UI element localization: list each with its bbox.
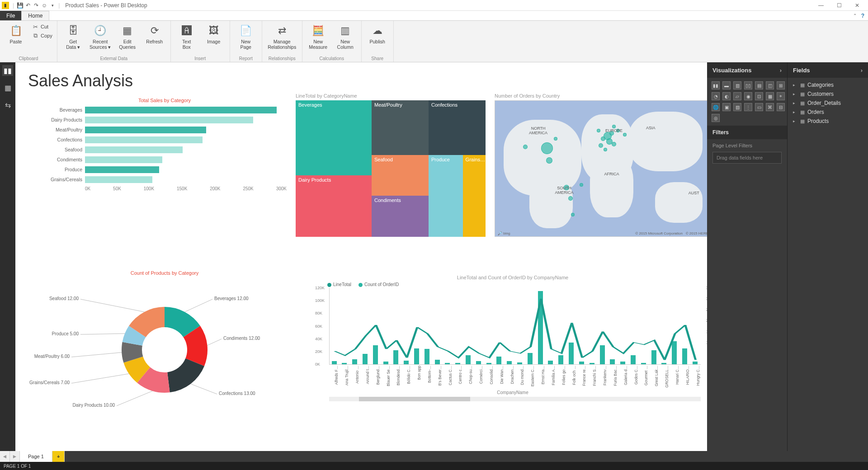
viz-type-9[interactable]: ▱ (733, 92, 741, 100)
viz-type-15[interactable]: ▣ (722, 103, 731, 111)
viz-type-5[interactable]: ◫ (766, 81, 774, 89)
copy-icon: ⧉ (32, 32, 39, 39)
maximize-button[interactable]: ☐ (830, 0, 848, 11)
publish-button[interactable]: ☁Publish (365, 22, 390, 44)
get-data-button[interactable]: 🗄Get Data ▾ (61, 22, 85, 50)
relationships-icon: ⇄ (275, 24, 289, 38)
tab-home[interactable]: Home (21, 11, 49, 20)
help-icon[interactable]: ? (861, 13, 864, 19)
viz-type-7[interactable]: ◔ (712, 92, 720, 100)
refresh-button[interactable]: ⟳Refresh (142, 22, 167, 44)
new-column-button[interactable]: ▥New Column (333, 22, 358, 50)
combo-scrollbar[interactable] (329, 397, 701, 401)
field-table[interactable]: ▸▦Orders (789, 108, 866, 117)
svg-text:Beverages 12.00: Beverages 12.00 (214, 296, 249, 301)
viz-type-19[interactable]: ⌘ (766, 103, 774, 111)
page-tab-1[interactable]: Page 1 (20, 451, 52, 462)
chevron-right-icon[interactable]: › (780, 67, 782, 74)
undo-icon[interactable]: ↶ (24, 1, 32, 9)
svg-line-10 (71, 352, 122, 357)
page-filters-label: Page Level Filters (712, 143, 782, 148)
page-tabs: ◄ ► Page 1 + (0, 451, 868, 462)
combo-body: 0K20K40K60K80K100K120K05101520253035Alfr… (314, 288, 707, 401)
paste-button[interactable]: 📋 Paste (4, 22, 28, 44)
visualizations-pane: Visualizations › ▮▮▬▥▯▯▤◫⊞◔◐▱◉⊡▦⌖🌐▣▧⋮▭⌘⊟… (707, 62, 788, 451)
fields-header[interactable]: Fields › (788, 62, 868, 78)
viz-type-4[interactable]: ▤ (755, 81, 763, 89)
viz-type-21[interactable]: ◎ (712, 114, 720, 122)
chart-total-sales[interactable]: Total Sales by Category BeveragesDairy P… (42, 98, 287, 191)
viz-type-20[interactable]: ⊟ (777, 103, 785, 111)
viz-type-18[interactable]: ▭ (755, 103, 763, 111)
add-page-button[interactable]: + (52, 451, 65, 462)
viz-type-12[interactable]: ▦ (766, 92, 774, 100)
viz-type-8[interactable]: ◐ (722, 92, 731, 100)
tab-file[interactable]: File (0, 11, 21, 20)
viz-type-13[interactable]: ⌖ (777, 92, 785, 100)
svg-text:Seafood 12.00: Seafood 12.00 (49, 296, 79, 301)
report-view-button[interactable]: ▮▮ (2, 65, 13, 76)
image-button[interactable]: 🖼Image (202, 22, 226, 44)
fields-pane: Fields › ▸▦Categories▸▦Customers▸▦Order_… (788, 62, 868, 451)
redo-icon[interactable]: ↷ (32, 1, 40, 9)
ribbon-collapse-icon[interactable]: ⌃ (853, 13, 857, 18)
chart-donut[interactable]: Count of Products by Category Beverages … (42, 270, 287, 424)
viz-type-11[interactable]: ⊡ (755, 92, 763, 100)
text-box-button[interactable]: 🅰Text Box (175, 22, 199, 50)
viz-type-1[interactable]: ▬ (722, 81, 731, 89)
bar-chart-axis: 0K50K100K150K200K250K300K (85, 184, 287, 191)
workspace: ▮▮ ▦ ⇆ Sales Analysis Total Sales by Cat… (0, 62, 868, 451)
viz-type-14[interactable]: 🌐 (712, 103, 720, 111)
bar-chart-body: BeveragesDairy ProductsMeat/PoultryConfe… (42, 105, 287, 184)
viz-type-16[interactable]: ▧ (733, 103, 741, 111)
viz-type-2[interactable]: ▥ (733, 81, 741, 89)
publish-icon: ☁ (370, 24, 385, 38)
view-switcher: ▮▮ ▦ ⇆ (0, 62, 15, 451)
viz-type-3[interactable]: ▯▯ (744, 81, 752, 89)
viz-type-10[interactable]: ◉ (744, 92, 752, 100)
field-table[interactable]: ▸▦Customers (789, 89, 866, 99)
new-page-button[interactable]: 📄New Page (234, 22, 258, 50)
viz-type-0[interactable]: ▮▮ (712, 81, 720, 89)
qat-dropdown-icon[interactable]: ▾ (48, 1, 57, 9)
field-table[interactable]: ▸▦Products (789, 117, 866, 126)
page-next-button[interactable]: ► (10, 451, 20, 462)
svg-line-4 (191, 384, 217, 394)
svg-line-8 (71, 374, 129, 383)
page-prev-button[interactable]: ◄ (0, 451, 10, 462)
manage-relationships-button[interactable]: ⇄Manage Relationships (266, 22, 298, 50)
model-view-button[interactable]: ⇆ (2, 99, 13, 110)
fields-list: ▸▦Categories▸▦Customers▸▦Order_Details▸▦… (788, 78, 868, 128)
donut-body: Beverages 12.00Condiments 12.00Confectio… (42, 277, 287, 422)
svg-line-14 (80, 299, 144, 312)
close-button[interactable]: ✕ (848, 0, 866, 11)
status-bar: PAGE 1 OF 1 (0, 462, 868, 470)
recent-icon: 🕘 (93, 24, 108, 38)
chart-combo[interactable]: LineTotal and Count of OrderID by Compan… (314, 275, 707, 424)
visualizations-header[interactable]: Visualizations › (707, 62, 787, 78)
svg-text:Condiments 12.00: Condiments 12.00 (223, 336, 260, 341)
edit-queries-button[interactable]: ▦Edit Queries (115, 22, 140, 50)
viz-type-6[interactable]: ⊞ (777, 81, 785, 89)
field-table[interactable]: ▸▦Order_Details (789, 99, 866, 108)
viz-type-17[interactable]: ⋮ (744, 103, 752, 111)
field-table[interactable]: ▸▦Categories (789, 80, 866, 89)
chart-map[interactable]: Number of Orders by Country NORTHAMERICA… (495, 93, 707, 238)
paste-icon: 📋 (9, 24, 23, 38)
minimize-button[interactable]: — (812, 0, 830, 11)
cut-button[interactable]: ✂Cut (31, 23, 53, 31)
new-measure-button[interactable]: 🧮New Measure (306, 22, 330, 50)
data-view-button[interactable]: ▦ (2, 82, 13, 93)
save-icon[interactable]: 💾 (16, 1, 24, 9)
new-page-icon: 📄 (239, 24, 253, 38)
svg-text:Dairy Products 10.00: Dairy Products 10.00 (73, 403, 115, 408)
touch-icon[interactable]: ☺ (40, 1, 48, 9)
chart-treemap[interactable]: LineTotal by CategoryName BeveragesDairy… (296, 93, 486, 238)
report-canvas[interactable]: Sales Analysis Total Sales by Category B… (15, 62, 707, 451)
map-body[interactable]: NORTHAMERICASOUTHAMERICAEUROPEAFRICAASIA… (495, 100, 707, 237)
image-icon: 🖼 (207, 24, 221, 38)
copy-button[interactable]: ⧉Copy (31, 32, 53, 40)
filters-drop-zone[interactable]: Drag data fields here (712, 152, 782, 164)
recent-sources-button[interactable]: 🕘Recent Sources ▾ (88, 22, 113, 50)
chevron-right-icon[interactable]: › (861, 67, 863, 74)
